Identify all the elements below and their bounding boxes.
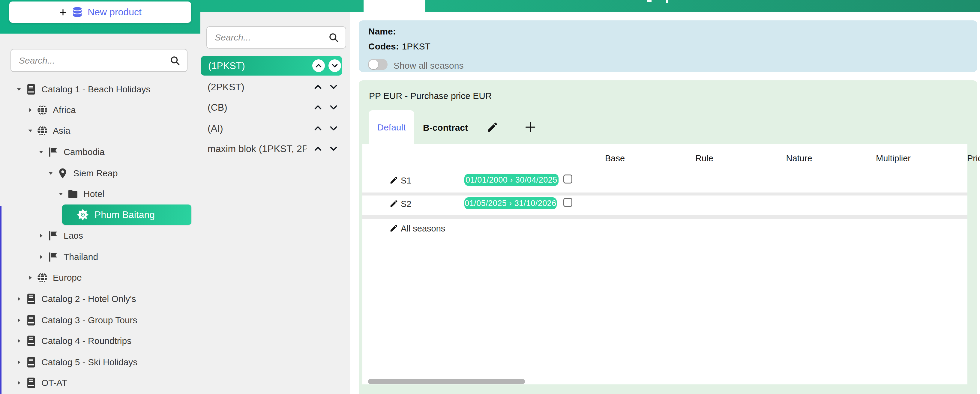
tree-item-europe[interactable]: Europe: [26, 270, 82, 285]
tree-item-label: OT-AT: [41, 378, 67, 388]
caret-right-icon[interactable]: [15, 317, 23, 324]
tab-b-contract[interactable]: B-contract: [423, 122, 468, 133]
tree-item-label: Catalog 3 - Group Tours: [41, 315, 137, 325]
book-icon: [25, 315, 37, 326]
search-icon[interactable]: [328, 32, 345, 43]
tree-item-laos[interactable]: Laos: [37, 229, 83, 243]
season-period-badge[interactable]: 01/01/2000 › 30/04/2025: [465, 174, 558, 186]
product-item-label: (CB): [208, 102, 228, 113]
product-item-1pkst-selected[interactable]: (1PKST): [201, 56, 342, 76]
cropped-icon-fragment: [648, 0, 652, 2]
book-icon: [25, 84, 37, 95]
search-icon[interactable]: [169, 55, 187, 66]
sidebar-search-input[interactable]: Search...: [11, 49, 188, 72]
move-up-button[interactable]: [313, 144, 323, 154]
product-item-label: (1PKST): [208, 60, 245, 71]
show-all-seasons-label: Show all seasons: [394, 60, 463, 71]
move-down-button[interactable]: [329, 124, 338, 133]
tree-item-phum-baitang-selected[interactable]: Phum Baitang: [62, 205, 191, 225]
caret-down-icon[interactable]: [37, 149, 45, 155]
tree-item-cambodia[interactable]: Cambodia: [37, 145, 105, 159]
move-up-button[interactable]: [312, 59, 325, 72]
move-down-button[interactable]: [329, 144, 338, 154]
caret-right-icon[interactable]: [37, 254, 45, 260]
caret-down-icon[interactable]: [57, 191, 65, 197]
tree-item-thailand[interactable]: Thailand: [37, 250, 98, 264]
cropped-icon-fragment: [666, 0, 668, 3]
tree-item-catalog-4[interactable]: Catalog 4 - Roundtrips: [15, 334, 131, 348]
caret-right-icon[interactable]: [15, 296, 23, 302]
tree-item-catalog-3[interactable]: Catalog 3 - Group Tours: [15, 313, 137, 327]
tree-item-catalog-5[interactable]: Catalog 5 - Ski Holidays: [15, 355, 137, 369]
flag-icon: [48, 230, 59, 241]
season-checkbox[interactable]: [563, 175, 572, 184]
tab-default[interactable]: Default: [369, 110, 414, 144]
move-up-button[interactable]: [313, 82, 323, 92]
product-item-2pkst[interactable]: (2PKST): [200, 80, 350, 94]
caret-down-icon[interactable]: [47, 170, 55, 176]
caret-right-icon[interactable]: [37, 232, 45, 239]
caret-right-icon[interactable]: [15, 359, 23, 365]
sidebar-search-placeholder: Search...: [11, 56, 169, 66]
product-item-label: maxim blok (1PKST, 2PK...: [208, 143, 307, 154]
tree-item-catalog-2[interactable]: Catalog 2 - Hotel Only's: [15, 292, 136, 306]
new-product-label: New product: [88, 6, 142, 18]
tree-item-ot-at[interactable]: OT-AT: [15, 376, 67, 390]
tree-item-catalog-1[interactable]: Catalog 1 - Beach Holidays: [15, 82, 151, 97]
tree-item-label: Catalog 1 - Beach Holidays: [41, 84, 151, 94]
column-header-multiplier: Multiplier: [869, 154, 917, 163]
tree-item-label: Laos: [64, 230, 83, 241]
folder-icon: [67, 188, 79, 200]
season-name: S2: [401, 199, 411, 209]
move-down-button[interactable]: [329, 103, 338, 112]
caret-down-icon[interactable]: [26, 127, 34, 134]
move-down-button[interactable]: [329, 82, 338, 92]
product-item-ai[interactable]: (AI): [200, 121, 350, 135]
move-up-button[interactable]: [313, 124, 323, 133]
product-item-maxim-blok[interactable]: maxim blok (1PKST, 2PK...: [200, 141, 350, 156]
tree-item-asia[interactable]: Asia: [26, 124, 70, 138]
add-tab-plus-icon[interactable]: [524, 121, 537, 135]
tree-item-label: Thailand: [64, 252, 98, 262]
column-header-base: Base: [597, 154, 633, 163]
name-label: Name:: [368, 26, 396, 37]
edit-season-pencil-icon[interactable]: [389, 199, 398, 208]
tree-item-siem-reap[interactable]: Siem Reap: [47, 166, 118, 181]
move-up-button[interactable]: [313, 103, 323, 112]
caret-down-icon[interactable]: [15, 86, 23, 93]
selected-product-label: Phum Baitang: [94, 209, 155, 220]
tree-item-africa[interactable]: Africa: [26, 103, 76, 117]
product-item-label: (2PKST): [208, 81, 245, 93]
seasons-table: [362, 144, 967, 384]
horizontal-scrollbar-thumb[interactable]: [368, 379, 525, 384]
caret-right-icon[interactable]: [26, 107, 34, 113]
season-period-badge[interactable]: 01/05/2025 › 31/10/2026: [465, 197, 557, 209]
tree-item-hotel[interactable]: Hotel: [57, 187, 104, 201]
tree-item-label: Hotel: [83, 189, 104, 199]
row-separator: [362, 215, 967, 219]
globe-icon: [37, 104, 48, 116]
product-item-cb[interactable]: (CB): [200, 100, 350, 114]
flag-icon: [48, 146, 59, 158]
book-icon: [25, 335, 37, 346]
season-checkbox[interactable]: [563, 198, 572, 207]
tree-item-label: Cambodia: [64, 147, 105, 157]
vertical-scrollbar[interactable]: [0, 206, 2, 394]
season-name: S1: [401, 176, 411, 185]
move-down-button[interactable]: [328, 59, 341, 72]
new-product-button[interactable]: New product: [9, 2, 191, 23]
navbar-active-tab[interactable]: [364, 0, 425, 12]
product-search-input[interactable]: Search...: [206, 26, 346, 49]
edit-all-seasons-pencil-icon[interactable]: [389, 224, 398, 233]
book-icon: [25, 293, 37, 305]
globe-icon: [37, 125, 48, 137]
show-all-seasons-toggle[interactable]: [368, 59, 388, 70]
caret-right-icon[interactable]: [15, 338, 23, 344]
gear-icon: [76, 208, 89, 221]
catalog-sidebar: New product Search... Catalog 1 - Beach …: [0, 0, 200, 394]
tree-item-label: Catalog 5 - Ski Holidays: [41, 357, 137, 367]
caret-right-icon[interactable]: [15, 380, 23, 386]
edit-season-pencil-icon[interactable]: [389, 176, 398, 185]
caret-right-icon[interactable]: [26, 274, 34, 281]
edit-tabs-pencil-icon[interactable]: [487, 121, 498, 134]
